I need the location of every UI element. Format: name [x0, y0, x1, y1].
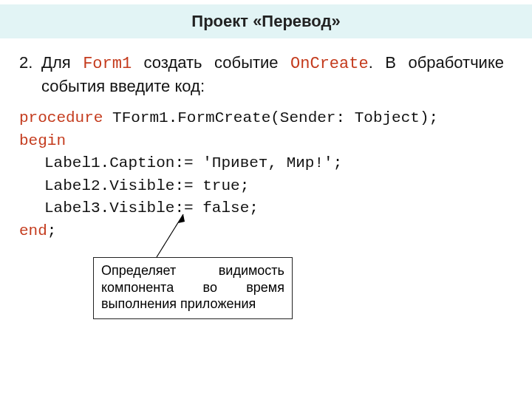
code-inline-oncreate: OnCreate [290, 55, 369, 73]
code-line: Label1.Caption:= 'Привет, Мир!'; [19, 152, 504, 174]
content-area: 2. Для Form1 создать событие OnCreate. В… [0, 38, 532, 242]
code-block: procedure TForm1.FormCreate(Sender: Tobj… [19, 107, 504, 242]
code-line: begin [19, 130, 504, 152]
code-line: procedure TForm1.FormCreate(Sender: Tobj… [19, 107, 504, 129]
code-line: end; [19, 220, 504, 242]
code-text: Label2.Visible [44, 177, 174, 194]
code-text: := 'Привет, Мир!'; [174, 154, 342, 171]
code-text: TForm1.FormCreate(Sender: Tobject); [103, 109, 438, 126]
text-part: Для [41, 53, 83, 72]
callout-note: Определяет видимость компонента во время… [93, 257, 293, 319]
page-title: Проект «Перевод» [191, 12, 340, 31]
text-part: создать событие [132, 53, 290, 72]
code-text: := [174, 177, 202, 194]
keyword-procedure: procedure [19, 109, 103, 126]
code-text: true [202, 177, 239, 194]
code-inline-form1: Form1 [83, 55, 132, 73]
step-number: 2. [19, 52, 41, 97]
svg-marker-1 [178, 214, 185, 223]
callout-text: Определяет видимость компонента во время… [101, 263, 284, 311]
callout-arrow-icon [154, 214, 198, 259]
step-instruction: 2. Для Form1 создать событие OnCreate. В… [19, 52, 504, 97]
code-line: Label2.Visible:= true; [19, 175, 504, 197]
code-text: ; [47, 222, 57, 239]
svg-line-0 [157, 214, 183, 257]
title-bar: Проект «Перевод» [0, 4, 532, 38]
code-text: Label1.Caption [44, 154, 174, 171]
code-line: Label3.Visible:= false; [19, 197, 504, 219]
keyword-begin: begin [19, 132, 66, 149]
code-text: false [202, 200, 249, 216]
code-text: ; [240, 177, 250, 194]
step-text: Для Form1 создать событие OnCreate. В об… [41, 52, 504, 97]
keyword-end: end [19, 222, 47, 239]
code-text: ; [249, 200, 259, 216]
